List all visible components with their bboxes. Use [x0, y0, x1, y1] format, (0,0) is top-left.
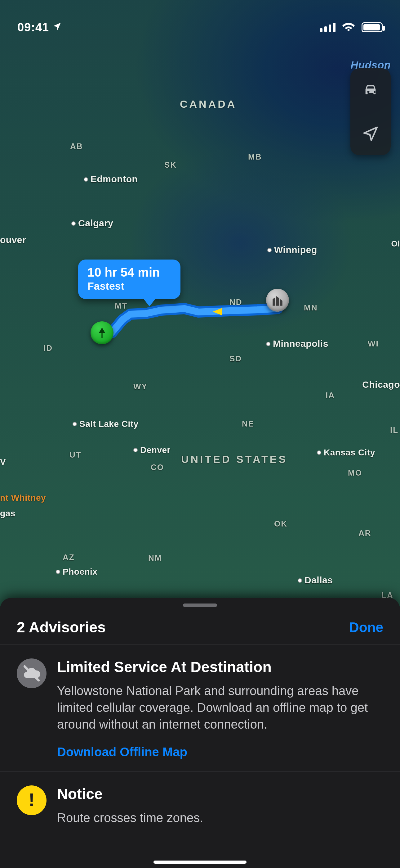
battery-icon: [362, 22, 382, 32]
advisory-title: Limited Service At Destination: [57, 658, 382, 676]
city-denver: Denver: [133, 445, 171, 455]
route-duration: 10 hr 54 min: [88, 266, 171, 279]
country-label-canada: CANADA: [180, 98, 237, 110]
city-chicago: Chicago: [362, 379, 400, 390]
state-ok: OK: [274, 519, 288, 529]
city-winnipeg: Winnipeg: [267, 245, 317, 255]
city-edmonton: Edmonton: [84, 174, 138, 184]
recenter-button[interactable]: [351, 112, 391, 155]
city-minneapolis: Minneapolis: [266, 338, 328, 349]
state-wy: WY: [133, 382, 147, 392]
poi-whitney: nt Whitney: [0, 493, 46, 503]
state-ia: IA: [326, 391, 335, 400]
state-mt: MT: [115, 301, 128, 311]
cellular-signal-icon: [320, 23, 335, 32]
state-ne: NE: [242, 419, 254, 429]
poi-v: V: [0, 457, 6, 467]
state-ar: AR: [359, 528, 371, 538]
advisory-body: Yellowstone National Park and surroundin…: [57, 682, 382, 733]
location-services-icon: [52, 21, 62, 34]
state-mo: MO: [348, 468, 362, 478]
state-ut: UT: [69, 450, 81, 460]
city-phoenix: Phoenix: [56, 567, 97, 577]
sheet-title: 2 Advisories: [17, 619, 106, 636]
map-controls: [351, 68, 391, 155]
city-slc: Salt Lake City: [72, 419, 139, 429]
home-indicator[interactable]: [154, 861, 246, 864]
route-tag: Fastest: [88, 280, 171, 292]
download-offline-map-link[interactable]: Download Offline Map: [57, 745, 187, 759]
no-service-icon: [17, 658, 46, 688]
destination-pin[interactable]: [91, 321, 113, 344]
warning-icon: !: [17, 785, 46, 815]
wifi-icon: [342, 21, 355, 34]
advisory-title: Notice: [57, 785, 203, 803]
state-az: AZ: [63, 553, 75, 562]
advisory-body: Route crosses time zones.: [57, 809, 203, 826]
status-time-text: 09:41: [18, 21, 49, 34]
status-bar: 09:41: [0, 18, 400, 37]
country-label-usa: UNITED STATES: [181, 453, 288, 465]
city-ol: Ol: [391, 239, 400, 249]
province-sk: SK: [164, 160, 177, 170]
city-calgary: Calgary: [71, 218, 113, 228]
province-mb: MB: [248, 152, 262, 162]
sheet-grabber[interactable]: [183, 603, 217, 607]
state-co: CO: [151, 463, 164, 472]
transport-mode-button[interactable]: [351, 68, 391, 112]
city-kc: Kansas City: [317, 448, 375, 458]
poi-vegas: gas: [0, 508, 15, 519]
state-il: IL: [390, 425, 398, 435]
state-id: ID: [43, 343, 53, 353]
city-vancouver: ouver: [0, 235, 26, 245]
status-clock: 09:41: [18, 21, 62, 34]
city-dallas: Dallas: [298, 575, 333, 586]
advisory-item: Limited Service At Destination Yellowsto…: [0, 645, 400, 771]
state-nm: NM: [148, 553, 162, 563]
origin-pin[interactable]: [266, 289, 289, 312]
state-mn: MN: [304, 303, 318, 313]
state-nd: ND: [229, 298, 242, 307]
route-callout[interactable]: 10 hr 54 min Fastest: [78, 259, 180, 299]
advisory-item: ! Notice Route crosses time zones.: [0, 772, 400, 829]
state-wi: WI: [368, 339, 379, 349]
province-ab: AB: [70, 142, 83, 151]
advisories-sheet: 2 Advisories Done Limited Service At Des…: [0, 598, 400, 868]
state-sd: SD: [229, 354, 242, 364]
done-button[interactable]: Done: [349, 620, 383, 635]
